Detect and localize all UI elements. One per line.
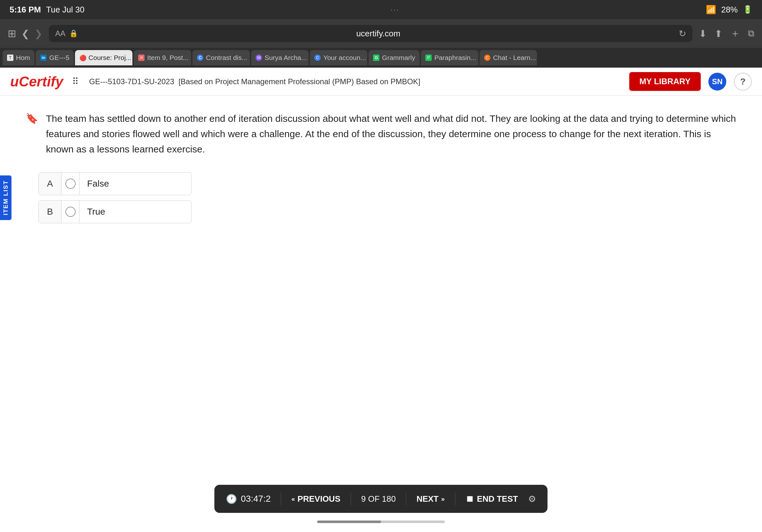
bookmark-icon[interactable]: 🔖 xyxy=(26,112,38,124)
sidebar-toggle-button[interactable]: ⊞ xyxy=(8,28,16,39)
tab-favicon-t4: ✕ xyxy=(138,54,145,61)
clock-icon: 🕐 xyxy=(226,494,237,504)
previous-chevron-icon: « xyxy=(291,495,295,503)
scrollbar-thumb[interactable] xyxy=(317,520,381,523)
tabs-bar: T Hom in GE---5 🔴 Course: Proj... ✕ ✕ It… xyxy=(0,48,762,68)
item-list-label: ITEM LIST xyxy=(2,180,9,215)
tab-label: Item 9, Post... xyxy=(147,54,189,62)
question-container: 🔖 The team has settled down to another e… xyxy=(26,111,736,157)
tab-label: Contrast dis... xyxy=(206,54,247,62)
status-time: 5:16 PM xyxy=(10,5,41,15)
tab-label: Course: Proj... xyxy=(88,54,131,62)
tab-favicon-t3: 🔴 xyxy=(79,54,86,61)
status-right: 📶 28% 🔋 xyxy=(706,5,752,15)
ucertify-logo[interactable]: uCertify xyxy=(10,74,63,90)
browser-chrome: ⊞ ❮ ❯ AA 🔒 ucertify.com ↻ ⬇ ⬆ ＋ ⧉ xyxy=(0,19,762,48)
tab-favicon-t5: C xyxy=(197,54,203,61)
battery-icon: 🔋 xyxy=(743,5,752,14)
tab-label: Chat - Learn... xyxy=(493,54,536,62)
status-left: 5:16 PM Tue Jul 30 xyxy=(10,5,85,15)
bottom-toolbar: 🕐 03:47:2 « PREVIOUS 9 OF 180 NEXT » ⏹ E… xyxy=(214,485,548,513)
course-title: GE---5103-7D1-SU-2023 [Based on Project … xyxy=(89,77,621,86)
tab-label: Your accoun... xyxy=(323,54,366,62)
my-library-button[interactable]: MY LIBRARY xyxy=(629,72,701,91)
battery-text: 28% xyxy=(721,5,738,15)
end-test-button[interactable]: ⏹ END TEST xyxy=(466,494,518,504)
tab-favicon-t10: C xyxy=(484,54,491,61)
tab-item9[interactable]: ✕ Item 9, Post... xyxy=(134,50,191,65)
tab-contrast[interactable]: C Contrast dis... xyxy=(192,50,250,65)
help-button[interactable]: ? xyxy=(734,73,752,91)
answer-option-a[interactable]: A False xyxy=(38,172,191,195)
page-info: 9 OF 180 xyxy=(361,494,396,504)
radio-circle-b xyxy=(65,207,76,217)
tab-favicon-t9: P xyxy=(425,54,432,61)
stop-icon: ⏹ xyxy=(466,494,474,504)
answer-radio-b[interactable] xyxy=(62,201,79,223)
tab-course[interactable]: 🔴 Course: Proj... ✕ xyxy=(75,50,132,65)
divider-4 xyxy=(455,493,455,505)
tab-label: Grammarly xyxy=(382,54,415,62)
answer-letter-a: A xyxy=(38,172,62,195)
settings-button[interactable]: ⚙ xyxy=(528,494,536,504)
grid-icon[interactable]: ⠿ xyxy=(72,76,79,87)
answers-container: A False B True xyxy=(38,172,736,223)
reload-button[interactable]: ↻ xyxy=(679,29,686,39)
answer-radio-a[interactable] xyxy=(62,172,79,195)
browser-actions: ⬇ ⬆ ＋ ⧉ xyxy=(699,27,754,40)
tab-favicon-t6: M xyxy=(256,54,262,61)
main-content: 🔖 The team has settled down to another e… xyxy=(0,96,762,236)
answer-letter-b: B xyxy=(38,201,62,223)
tab-hom[interactable]: T Hom xyxy=(3,50,35,65)
tab-surya[interactable]: M Surya Archa... xyxy=(251,50,309,65)
back-button[interactable]: ❮ xyxy=(21,28,29,39)
tab-label: Surya Archa... xyxy=(265,54,307,62)
status-date: Tue Jul 30 xyxy=(46,5,84,15)
status-dots: ··· xyxy=(391,6,400,13)
tab-favicon-t1: T xyxy=(7,54,13,61)
item-list-sidebar[interactable]: ITEM LIST xyxy=(0,175,12,220)
next-chevron-icon: » xyxy=(441,495,444,503)
browser-controls: ⊞ ❮ ❯ xyxy=(8,28,42,39)
tab-grammarly[interactable]: G Grammarly xyxy=(369,50,419,65)
download-icon[interactable]: ⬇ xyxy=(699,28,707,39)
lock-icon: 🔒 xyxy=(69,29,78,37)
timer-value: 03:47:2 xyxy=(241,494,270,504)
radio-circle-a xyxy=(65,179,76,189)
divider-1 xyxy=(281,493,281,505)
status-bar: 5:16 PM Tue Jul 30 ··· 📶 28% 🔋 xyxy=(0,0,762,19)
answer-text-b: True xyxy=(79,207,113,217)
next-button[interactable]: NEXT » xyxy=(417,494,444,504)
tab-favicon-t7: C xyxy=(314,54,321,61)
wifi-icon: 📶 xyxy=(706,5,716,15)
user-avatar[interactable]: SN xyxy=(708,73,726,91)
tab-label: Paraphrasin... xyxy=(434,54,476,62)
address-domain: ucertify.com xyxy=(82,29,675,38)
tab-paraphrase[interactable]: P Paraphrasin... xyxy=(421,50,478,65)
content-wrapper: 🔖 The team has settled down to another e… xyxy=(0,96,762,532)
new-tab-icon[interactable]: ＋ xyxy=(730,27,740,40)
tab-chat[interactable]: C Chat - Learn... xyxy=(480,50,537,65)
address-bar[interactable]: AA 🔒 ucertify.com ↻ xyxy=(49,25,692,42)
tabs-icon[interactable]: ⧉ xyxy=(748,29,754,39)
app-header: uCertify ⠿ GE---5103-7D1-SU-2023 [Based … xyxy=(0,68,762,96)
tab-ge[interactable]: in GE---5 xyxy=(36,50,74,65)
share-icon[interactable]: ⬆ xyxy=(715,28,723,39)
tab-label: GE---5 xyxy=(49,54,69,62)
tab-account[interactable]: C Your accoun... xyxy=(310,50,367,65)
tab-favicon-t8: G xyxy=(373,54,379,61)
tab-favicon-t2: in xyxy=(40,54,46,61)
answer-option-b[interactable]: B True xyxy=(38,200,191,223)
tab-label: Hom xyxy=(16,54,30,62)
address-aa: AA xyxy=(55,29,65,38)
divider-2 xyxy=(351,493,351,505)
previous-button[interactable]: « PREVIOUS xyxy=(291,494,341,504)
scrollbar[interactable] xyxy=(317,520,445,523)
timer-section: 🕐 03:47:2 xyxy=(226,494,270,504)
forward-button[interactable]: ❯ xyxy=(35,28,42,39)
answer-text-a: False xyxy=(79,179,116,189)
divider-3 xyxy=(406,493,406,505)
question-text: The team has settled down to another end… xyxy=(46,111,736,157)
